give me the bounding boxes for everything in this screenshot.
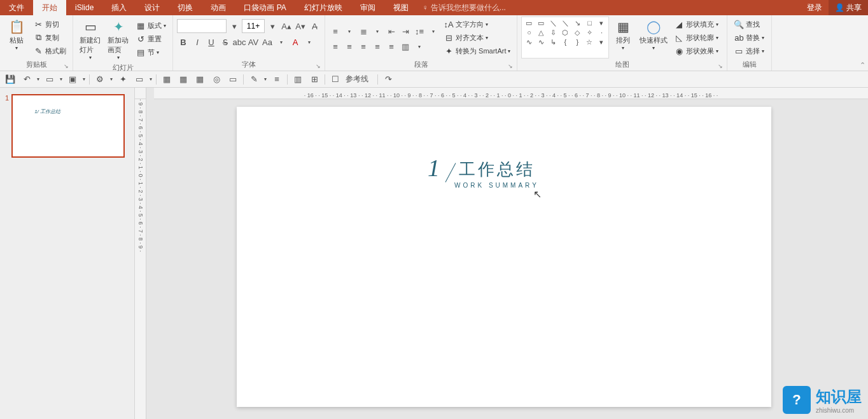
qat-btn-5[interactable]: ▦ xyxy=(177,73,190,86)
font-name-combo[interactable] xyxy=(177,19,227,33)
font-color-button[interactable]: A xyxy=(289,36,302,48)
align-left-button[interactable]: ≡ xyxy=(329,40,342,53)
collapse-ribbon-button[interactable]: ⌃ xyxy=(860,61,865,69)
format-painter-label: 格式刷 xyxy=(45,46,66,56)
quick-styles-button[interactable]: ◯ 快速样式 ▾ xyxy=(637,17,670,58)
qat-btn-11[interactable]: ▥ xyxy=(291,73,304,86)
share-button[interactable]: 👤 共享 xyxy=(829,0,868,15)
undo-button[interactable]: ↶ xyxy=(20,73,33,86)
qat-btn-12[interactable]: ⊞ xyxy=(308,73,321,86)
qat-btn-2[interactable]: ✦ xyxy=(116,73,129,86)
ribbon: 📋 粘贴 ▾ ✂剪切 ⧉复制 ✎格式刷 剪贴板↘ ▭ 新建幻灯片 ▾ ✦ 新加动… xyxy=(0,15,868,71)
guides-checkbox[interactable]: ☐ xyxy=(329,73,342,86)
font-launcher[interactable]: ↘ xyxy=(316,63,321,69)
thumbnail-item[interactable]: 1 1/ 工作总结 xyxy=(5,94,129,158)
qat-btn-8[interactable]: ▭ xyxy=(227,73,239,86)
justify-button[interactable]: ≡ xyxy=(371,40,384,53)
decrease-indent-button[interactable]: ⇤ xyxy=(385,25,398,38)
tab-file[interactable]: 文件 xyxy=(0,0,33,15)
italic-button[interactable]: I xyxy=(191,36,204,48)
underline-button[interactable]: U xyxy=(205,36,218,48)
clear-format-button[interactable]: A̶ xyxy=(308,20,321,32)
replace-button[interactable]: ab替换▾ xyxy=(731,31,767,44)
text-direction-button[interactable]: ↕A文字方向▾ xyxy=(441,18,513,31)
paste-button[interactable]: 📋 粘贴 ▾ xyxy=(4,17,29,58)
qat-btn-9[interactable]: ✎ xyxy=(248,73,260,86)
tab-animations[interactable]: 动画 xyxy=(202,0,235,15)
chevron-down-icon[interactable]: ▾ xyxy=(413,40,426,53)
distribute-button[interactable]: ≡ xyxy=(385,40,398,53)
paragraph-launcher[interactable]: ↘ xyxy=(508,63,513,69)
insert-pic-button[interactable]: ▣ xyxy=(66,73,79,86)
work-area: 1 1/ 工作总结 · 16 · · 15 · · 14 · · 13 · · … xyxy=(0,88,868,419)
qat-btn-3[interactable]: ▭ xyxy=(133,73,146,86)
chevron-down-icon[interactable]: ▾ xyxy=(303,36,316,48)
tab-view[interactable]: 视图 xyxy=(384,0,417,15)
align-center-button[interactable]: ≡ xyxy=(343,40,356,53)
shapes-gallery[interactable]: ▭▭＼＼↘□▾ ○△⇩⬡◇✧· ∿∿↳{}☆▾ xyxy=(521,17,609,58)
tab-design[interactable]: 设计 xyxy=(136,0,169,15)
layout-button[interactable]: ▦版式▾ xyxy=(133,20,169,32)
chevron-down-icon[interactable]: ▾ xyxy=(228,20,241,32)
slide-canvas[interactable]: 1 工作总结 WORK SUMMARY ↖ xyxy=(237,107,771,407)
login-button[interactable]: 登录 xyxy=(801,0,829,15)
tab-home[interactable]: 开始 xyxy=(33,0,66,15)
format-painter-button[interactable]: ✎格式刷 xyxy=(31,45,69,57)
arrange-button[interactable]: ▦ 排列 ▾ xyxy=(610,17,636,58)
bullets-button[interactable]: ≡ xyxy=(329,25,342,38)
qat-btn-6[interactable]: ▦ xyxy=(193,73,206,86)
insert-shape-button[interactable]: ▭ xyxy=(43,73,56,86)
align-text-button[interactable]: ⊟对齐文本▾ xyxy=(441,31,513,44)
font-size-combo[interactable]: 11+ xyxy=(242,19,265,33)
shape-fill-button[interactable]: ◢形状填充▾ xyxy=(671,18,721,31)
copy-button[interactable]: ⧉复制 xyxy=(31,31,69,44)
qat-btn-1[interactable]: ⚙ xyxy=(94,73,106,86)
shape-effects-label: 形状效果 xyxy=(686,46,714,56)
slide-title-block[interactable]: 1 工作总结 xyxy=(428,153,535,181)
chevron-down-icon[interactable]: ▾ xyxy=(275,36,288,48)
chevron-down-icon[interactable]: ▾ xyxy=(343,25,356,38)
tab-pa[interactable]: 口袋动画 PA xyxy=(235,0,295,15)
find-button[interactable]: 🔍查找 xyxy=(731,18,767,31)
select-button[interactable]: ▭选择▾ xyxy=(731,45,767,57)
shape-outline-button[interactable]: ◺形状轮廓▾ xyxy=(671,31,721,44)
tab-review[interactable]: 审阅 xyxy=(351,0,384,15)
shape-effects-button[interactable]: ◉形状效果▾ xyxy=(671,45,721,57)
new-anim-button[interactable]: ✦ 新加动画页 ▾ xyxy=(105,17,132,62)
change-case-button[interactable]: Aa xyxy=(261,36,274,48)
chevron-down-icon[interactable]: ▾ xyxy=(371,25,384,38)
align-right-button[interactable]: ≡ xyxy=(357,40,370,53)
tab-transitions[interactable]: 切换 xyxy=(169,0,202,15)
numbering-button[interactable]: ≣ xyxy=(357,25,370,38)
columns-button[interactable]: ▥ xyxy=(399,40,412,53)
spacing-button[interactable]: AV xyxy=(247,36,260,48)
tab-slideshow[interactable]: 幻灯片放映 xyxy=(295,0,351,15)
shrink-font-button[interactable]: A▾ xyxy=(294,20,307,32)
bold-button[interactable]: B xyxy=(177,36,190,48)
clipboard-launcher[interactable]: ↘ xyxy=(64,63,69,69)
save-button[interactable]: 💾 xyxy=(4,73,17,86)
shadow-button[interactable]: abc xyxy=(233,36,246,48)
tab-insert[interactable]: 插入 xyxy=(102,0,136,15)
tell-me[interactable]: ♀ 告诉我您想要做什么... xyxy=(423,0,506,15)
new-slide-button[interactable]: ▭ 新建幻灯片 ▾ xyxy=(77,17,104,62)
reset-button[interactable]: ↺重置 xyxy=(133,33,169,46)
line-spacing-button[interactable]: ↕≡ xyxy=(413,25,426,38)
increase-indent-button[interactable]: ⇥ xyxy=(399,25,412,38)
chevron-down-icon[interactable]: ▾ xyxy=(266,20,279,32)
section-button[interactable]: ▤节▾ xyxy=(133,46,169,59)
slide-subtitle[interactable]: WORK SUMMARY xyxy=(454,182,539,189)
strike-button[interactable]: S̶ xyxy=(219,36,232,48)
tab-islide[interactable]: iSlide xyxy=(66,0,102,15)
qat-btn-10[interactable]: ≡ xyxy=(270,73,283,86)
redo-button[interactable]: ↷ xyxy=(382,73,395,86)
qat-btn-4[interactable]: ▦ xyxy=(160,73,173,86)
smartart-button[interactable]: ✦转换为 SmartArt▾ xyxy=(441,45,513,57)
chevron-down-icon[interactable]: ▾ xyxy=(427,25,440,38)
drawing-launcher[interactable]: ↘ xyxy=(718,63,723,69)
thumbnail-preview[interactable]: 1/ 工作总结 xyxy=(11,94,125,158)
qat-btn-7[interactable]: ◎ xyxy=(210,73,223,86)
group-label-font: 字体↘ xyxy=(177,58,321,71)
cut-button[interactable]: ✂剪切 xyxy=(31,18,69,31)
grow-font-button[interactable]: A▴ xyxy=(280,20,293,32)
